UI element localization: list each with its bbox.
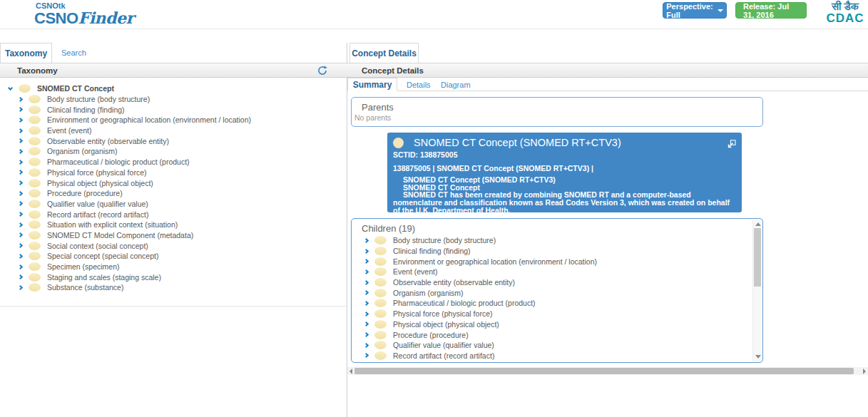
chevron-right-icon[interactable]	[364, 312, 369, 316]
scroll-left-icon[interactable]	[349, 369, 352, 374]
child-node[interactable]: Observable entity (observable entity)	[352, 277, 762, 288]
children-scrollbar[interactable]	[752, 220, 762, 361]
subtab-summary[interactable]: Summary	[347, 78, 397, 91]
chevron-right-icon[interactable]	[364, 248, 369, 253]
tree-node[interactable]: Substance (substance)	[0, 282, 347, 293]
chevron-right-icon[interactable]	[18, 118, 23, 123]
tree-node[interactable]: Observable entity (observable entity)	[0, 135, 347, 146]
chevron-right-icon[interactable]	[18, 212, 23, 217]
chevron-right-icon[interactable]	[364, 353, 369, 358]
child-node[interactable]: Clinical finding (finding)	[352, 246, 762, 257]
chevron-right-icon[interactable]	[364, 269, 369, 274]
chevron-right-icon[interactable]	[18, 191, 23, 196]
children-box: Children (19) Body structure (body struc…	[351, 218, 763, 363]
perspective-button[interactable]: Perspective: Full	[663, 2, 727, 19]
tree-node[interactable]: Qualifier value (qualifier value)	[0, 199, 347, 210]
children-scrollbar-thumb[interactable]	[754, 228, 761, 287]
child-node[interactable]: Physical object (physical object)	[352, 319, 762, 330]
parents-title: Parents	[362, 102, 762, 113]
tree-node[interactable]: SNOMED CT Model Component (metadata)	[0, 230, 347, 241]
tree-node[interactable]: Staging and scales (staging scale)	[0, 272, 347, 282]
export-icon[interactable]	[727, 138, 736, 147]
tree-node-label: Organism (organism)	[47, 147, 118, 155]
chevron-right-icon[interactable]	[364, 301, 369, 306]
horizontal-scrollbar[interactable]	[347, 367, 868, 375]
tree-node[interactable]: Specimen (specimen)	[0, 262, 347, 272]
chevron-right-icon[interactable]	[18, 96, 23, 101]
tree-node[interactable]: Organism (organism)	[0, 146, 347, 157]
chevron-right-icon[interactable]	[18, 232, 23, 237]
chevron-right-icon[interactable]	[18, 149, 23, 154]
subtab-diagram[interactable]: Diagram	[441, 78, 471, 91]
chevron-right-icon[interactable]	[18, 138, 23, 143]
concept-icon	[374, 331, 387, 339]
tree-node[interactable]: Social context (social concept)	[0, 240, 347, 251]
refresh-icon[interactable]	[317, 66, 327, 76]
tab-search[interactable]: Search	[58, 43, 89, 63]
child-node[interactable]: Record artifact (record artifact)	[352, 351, 762, 361]
release-button[interactable]: Release: Jul 31, 2016	[735, 2, 807, 19]
tree-node[interactable]: Physical force (physical force)	[0, 168, 347, 178]
concept-icon	[19, 84, 31, 93]
chevron-right-icon[interactable]	[364, 290, 369, 295]
concept-icon	[29, 168, 41, 177]
chevron-right-icon[interactable]	[18, 107, 23, 112]
chevron-right-icon[interactable]	[18, 170, 23, 175]
child-node[interactable]: Pharmaceutical / biologic product (produ…	[352, 298, 762, 309]
chevron-right-icon[interactable]	[18, 254, 23, 259]
tab-taxonomy[interactable]: Taxonomy	[0, 43, 52, 63]
tree-node[interactable]: Event (event)	[0, 125, 347, 136]
chevron-right-icon[interactable]	[18, 222, 23, 227]
concept-card: SNOMED CT Concept (SNOMED RT+CTV3) SCTID…	[387, 133, 742, 212]
child-node-label: Qualifier value (qualifier value)	[393, 341, 494, 349]
chevron-right-icon[interactable]	[364, 332, 369, 337]
chevron-right-icon[interactable]	[18, 160, 23, 165]
tree-node-label: Substance (substance)	[47, 283, 123, 292]
tree-node-label: Pharmaceutical / biologic product (produ…	[47, 158, 190, 166]
chevron-right-icon[interactable]	[364, 259, 369, 264]
chevron-right-icon[interactable]	[364, 280, 369, 285]
tree-node[interactable]: Environment or geographical location (en…	[0, 115, 347, 125]
child-node[interactable]: Body structure (body structure)	[352, 235, 762, 246]
tree-node[interactable]: Situation with explicit context (situati…	[0, 220, 347, 230]
chevron-right-icon[interactable]	[18, 128, 23, 133]
tree-node-label: Clinical finding (finding)	[47, 105, 125, 114]
chevron-right-icon[interactable]	[18, 264, 23, 269]
tree-node[interactable]: Clinical finding (finding)	[0, 104, 347, 115]
tree-node[interactable]: Procedure (procedure)	[0, 188, 347, 199]
chevron-right-icon[interactable]	[364, 238, 369, 243]
horizontal-scrollbar-thumb[interactable]	[354, 368, 854, 374]
scroll-up-icon[interactable]	[755, 222, 761, 226]
tree-node[interactable]: Record artifact (record artifact)	[0, 209, 347, 220]
tree-node[interactable]: Body structure (body structure)	[0, 94, 347, 105]
chevron-down-icon[interactable]	[8, 86, 13, 91]
tree-node-label: Record artifact (record artifact)	[47, 210, 148, 219]
chevron-right-icon[interactable]	[18, 201, 23, 206]
app-logo[interactable]: CSNOtk CSNOFinder	[34, 2, 134, 26]
child-node[interactable]: Procedure (procedure)	[352, 329, 762, 340]
scroll-down-icon[interactable]	[755, 355, 761, 359]
child-node[interactable]: Event (event)	[352, 267, 762, 277]
scroll-right-icon[interactable]	[863, 369, 866, 374]
logo-script-text: Finder	[78, 9, 134, 27]
child-node-label: Observable entity (observable entity)	[393, 278, 515, 287]
tree-node[interactable]: Special concept (special concept)	[0, 251, 347, 262]
tree-node[interactable]: Pharmaceutical / biologic product (produ…	[0, 157, 347, 168]
chevron-right-icon[interactable]	[364, 321, 369, 326]
tab-search-label: Search	[61, 48, 86, 57]
tree-node[interactable]: Physical object (physical object)	[0, 177, 347, 188]
child-node[interactable]: Qualifier value (qualifier value)	[352, 340, 762, 351]
parents-box: Parents No parents	[351, 97, 763, 127]
chevron-right-icon[interactable]	[18, 285, 23, 290]
chevron-right-icon[interactable]	[18, 180, 23, 185]
tree-node-root[interactable]: SNOMED CT Concept	[0, 83, 347, 94]
chevron-right-icon[interactable]	[18, 274, 23, 279]
tree-node-label: Specimen (specimen)	[47, 262, 120, 271]
child-node[interactable]: Environment or geographical location (en…	[352, 256, 762, 267]
child-node[interactable]: Organism (organism)	[352, 287, 762, 298]
subtab-summary-label: Summary	[353, 80, 392, 90]
child-node[interactable]: Physical force (physical force)	[352, 309, 762, 319]
chevron-right-icon[interactable]	[364, 343, 369, 348]
chevron-right-icon[interactable]	[18, 243, 23, 248]
subtab-details[interactable]: Details	[407, 78, 431, 91]
